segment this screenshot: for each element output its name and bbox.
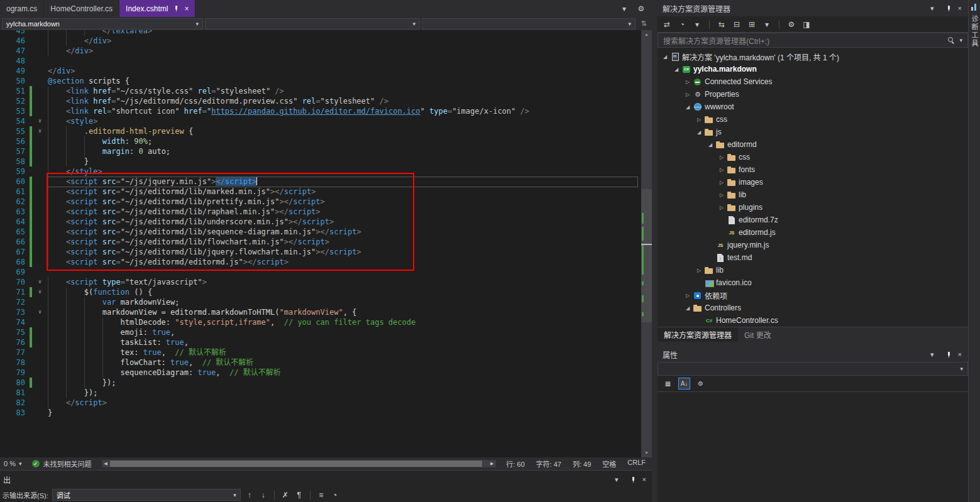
document-health-indicator[interactable]: ✓ 未找到相关问题 xyxy=(32,459,92,469)
expand-arrow-icon[interactable]: ▷ xyxy=(683,92,693,97)
project-dropdown[interactable]: yylcha.markdown ▾ xyxy=(2,18,203,30)
column-indicator[interactable]: 列: 49 xyxy=(573,459,591,469)
code-line[interactable]: 73∨ markdownView = editormd.markdownToHT… xyxy=(0,307,641,317)
document-tab[interactable]: HomeController.cs xyxy=(44,0,119,17)
code-line[interactable]: 59 </style> xyxy=(0,166,641,177)
pin-icon[interactable] xyxy=(173,5,179,12)
expand-arrow-icon[interactable]: ▷ xyxy=(717,205,727,210)
options-gear-icon[interactable]: ⚙ xyxy=(636,4,646,13)
code-line[interactable]: 82 </script> xyxy=(0,398,641,408)
tree-item[interactable]: ◢yylcha.markdown xyxy=(658,63,968,75)
tree-item[interactable]: JSeditormd.js xyxy=(658,226,968,239)
code-line[interactable]: 62 <script src="~/js/editormd/lib/pretti… xyxy=(0,197,641,207)
tree-item[interactable]: ▷依赖项 xyxy=(658,289,968,302)
collapse-all-icon[interactable]: ⊟ xyxy=(732,20,742,29)
tree-item[interactable]: ▷css xyxy=(658,151,968,163)
expand-arrow-icon[interactable]: ▷ xyxy=(717,167,727,173)
tree-item[interactable]: ▷images xyxy=(658,176,968,188)
member-dropdown[interactable]: ▾ xyxy=(422,18,636,30)
expand-arrow-icon[interactable]: ◢ xyxy=(660,54,670,60)
scroll-left-arrow-icon[interactable]: ◀ xyxy=(102,461,110,466)
code-line[interactable]: 66 <script src="~/js/editormd/lib/flowch… xyxy=(0,237,641,247)
code-line[interactable]: 46 </div> xyxy=(0,36,641,46)
code-line[interactable]: 63 <script src="~/js/editormd/lib/raphae… xyxy=(0,207,641,217)
tree-item[interactable]: ▷plugins xyxy=(658,201,968,214)
expand-arrow-icon[interactable]: ▷ xyxy=(717,192,727,198)
code-line[interactable]: 54∨ <style> xyxy=(0,116,641,126)
expand-arrow-icon[interactable]: ▷ xyxy=(717,180,727,185)
code-line[interactable]: 65 <script src="~/js/editormd/lib/sequen… xyxy=(0,227,641,237)
window-position-chevron-icon[interactable]: ▾ xyxy=(930,4,934,13)
tree-item[interactable]: ▷css xyxy=(658,113,968,126)
close-icon[interactable]: × xyxy=(958,4,962,12)
solution-explorer-titlebar[interactable]: 解决方案资源管理器 ▾× xyxy=(658,0,968,16)
expand-arrow-icon[interactable]: ◢ xyxy=(705,142,715,148)
code-line[interactable]: 64 <script src="~/js/editormd/lib/unders… xyxy=(0,217,641,227)
code-line[interactable]: 60 <script src="~/js/jquery.min.js"></sc… xyxy=(0,177,641,187)
alphabetical-sort-icon[interactable]: A↓ xyxy=(678,378,690,390)
split-editor-icon[interactable]: ⇅ xyxy=(637,19,650,28)
expand-arrow-icon[interactable]: ▷ xyxy=(683,293,693,298)
code-line[interactable]: 55∨ .editormd-html-preview { xyxy=(0,126,641,136)
expand-arrow-icon[interactable]: ▷ xyxy=(683,79,693,85)
spaces-indicator[interactable]: 空格 xyxy=(602,459,616,469)
pin-icon[interactable] xyxy=(946,351,952,358)
properties-icon[interactable]: ⚙ xyxy=(786,20,796,29)
fold-collapse-icon[interactable]: ∨ xyxy=(32,277,48,287)
dropdown-chevron-icon[interactable]: ▾ xyxy=(762,20,772,29)
dropdown-chevron-icon[interactable]: ▾ xyxy=(692,20,702,29)
expand-arrow-icon[interactable]: ◢ xyxy=(694,129,704,135)
tree-item[interactable]: ◢wwwroot xyxy=(658,101,968,113)
document-tab[interactable]: ogram.cs xyxy=(0,0,44,17)
tree-item[interactable]: favicon.ico xyxy=(658,276,968,289)
fold-collapse-icon[interactable]: ∨ xyxy=(32,126,48,136)
code-line[interactable]: 53 <link rel="shortcut icon" href="https… xyxy=(0,106,641,116)
scroll-up-arrow-icon[interactable]: ▲ xyxy=(641,30,652,39)
horizontal-scrollbar-thumb[interactable] xyxy=(110,461,483,467)
output-source-dropdown[interactable]: 调试 ▾ xyxy=(52,489,241,501)
code-line[interactable]: 80 }); xyxy=(0,378,641,388)
code-line[interactable]: 74 htmlDecode: "style,script,iframe", //… xyxy=(0,317,641,327)
search-icon[interactable] xyxy=(948,37,955,44)
code-line[interactable]: 45 </textarea> xyxy=(0,30,641,36)
code-line[interactable]: 52 <link href="~/js/editormd/css/editorm… xyxy=(0,96,641,106)
switch-views-icon[interactable]: ⇄ xyxy=(662,20,672,29)
categorized-icon[interactable]: ▦ xyxy=(662,378,674,390)
expand-arrow-icon[interactable]: ◢ xyxy=(683,104,693,110)
clear-all-icon[interactable]: ✗ xyxy=(280,491,290,499)
fold-collapse-icon[interactable]: ∨ xyxy=(32,116,48,126)
close-icon[interactable]: × xyxy=(642,476,646,483)
tree-item[interactable]: ◢解决方案 'yylcha.markdown' (1 个项目, 共 1 个) xyxy=(658,50,968,63)
document-tab[interactable]: Index.cshtml× xyxy=(119,0,195,17)
tree-item[interactable]: ▷lib xyxy=(658,188,968,201)
code-line[interactable]: 75 emoji: true, xyxy=(0,327,641,337)
code-line[interactable]: 79 sequenceDiagram: true, // 默认不解析 xyxy=(0,368,641,378)
code-line[interactable]: 72 var markdownView; xyxy=(0,297,641,307)
zoom-control[interactable]: 0 % ▾ xyxy=(0,460,26,467)
code-line[interactable]: 68 <script src="~/js/editormd/editormd.j… xyxy=(0,257,641,267)
code-line[interactable]: 61 <script src="~/js/editormd/lib/marked… xyxy=(0,187,641,197)
goto-next-message-icon[interactable]: ↓ xyxy=(258,491,268,499)
properties-titlebar[interactable]: 属性 ▾× xyxy=(658,347,968,362)
word-wrap-icon[interactable]: ¶ xyxy=(294,491,304,499)
tree-item[interactable]: C#HomeController.cs xyxy=(658,314,968,327)
messages-list-icon[interactable]: ≡ xyxy=(316,491,326,499)
code-line[interactable]: 51 <link href="~/css/style.css" rel="sty… xyxy=(0,86,641,96)
tree-item[interactable]: ▷Connected Services xyxy=(658,75,968,88)
code-line[interactable]: 81 }); xyxy=(0,388,641,398)
tree-item[interactable]: ◢editormd xyxy=(658,138,968,151)
pending-changes-filter-icon[interactable]: ◔ xyxy=(677,20,687,29)
history-icon[interactable]: ◔ xyxy=(330,491,340,499)
code-line[interactable]: 67 <script src="~/js/editormd/lib/jquery… xyxy=(0,247,641,257)
scroll-down-arrow-icon[interactable]: ▼ xyxy=(641,449,652,457)
code-line[interactable]: 50@section scripts { xyxy=(0,76,641,86)
tree-item[interactable]: test.md xyxy=(658,251,968,264)
code-line[interactable]: 78 flowChart: true, // 默认不解析 xyxy=(0,357,641,368)
tree-item[interactable]: editormd.7z xyxy=(658,214,968,226)
tree-item[interactable]: ▷⚙Properties xyxy=(658,88,968,101)
editor-vertical-scrollbar[interactable]: ▲ ▼ xyxy=(641,30,652,457)
code-line[interactable]: 57 margin: 0 auto; xyxy=(0,146,641,156)
tree-item[interactable]: ▷fonts xyxy=(658,163,968,176)
window-position-chevron-icon[interactable]: ▾ xyxy=(930,351,934,359)
editor-horizontal-scrollbar[interactable]: ◀ ▶ xyxy=(102,460,497,467)
